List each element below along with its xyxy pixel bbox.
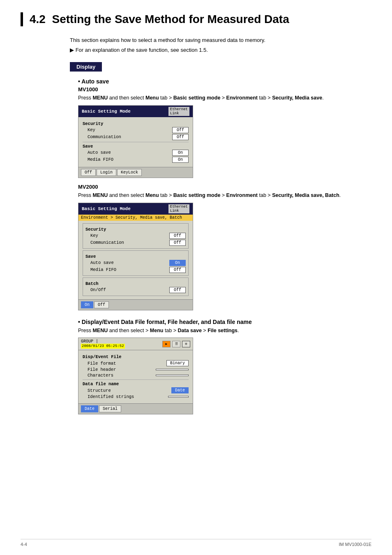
- display-label: Display: [70, 62, 102, 72]
- data-save-fileformat-label: File format: [88, 361, 116, 366]
- mv1000-comm-label: Communication: [88, 134, 121, 139]
- bullet-display-event: Display/Event Data File format, File hea…: [78, 319, 371, 415]
- mv2000-key-label: Key: [90, 233, 98, 238]
- mv1000-instruction: Press MENU and then select Menu tab > Ba…: [78, 94, 371, 102]
- data-save-identified-value: [168, 396, 189, 398]
- mv1000-key-row: Key Off: [83, 127, 189, 133]
- mv2000-comm-value: Off: [169, 240, 186, 246]
- mv1000-screen-body: Security Key Off Communication Off Save: [78, 117, 193, 167]
- data-save-identified-row: Identified strings: [83, 394, 189, 399]
- data-save-fileformat-row: File format Binary: [83, 360, 189, 366]
- mv1000-save-label: Save: [83, 144, 189, 149]
- chapter-number: 4.2: [30, 13, 46, 25]
- mv2000-batch-section: Batch On/Off Off: [83, 278, 189, 296]
- mv1000-login-btn[interactable]: Login: [97, 169, 116, 176]
- footer-right: IM MV1000-01E: [339, 542, 371, 547]
- chapter-header: 4.2 Setting the Save Method for Measured…: [21, 12, 371, 26]
- mv2000-screen: Basic Setting Mode EthernetLink Environm…: [78, 203, 193, 310]
- data-save-disp-label: Disp/Event File: [83, 354, 189, 359]
- mv1000-mediafifo-row: Media FIFO On: [83, 157, 189, 163]
- mv1000-mediafifo-label: Media FIFO: [88, 157, 113, 162]
- mv2000-label: MV2000: [78, 184, 371, 190]
- mv1000-mediafifo-value: On: [172, 157, 189, 163]
- mv2000-on-btn[interactable]: On: [81, 301, 93, 308]
- mv2000-key-row: Key Off: [85, 233, 186, 239]
- mv2000-onoff-label: On/Off: [90, 287, 106, 292]
- mv2000-titlebar-text: Basic Setting Mode: [82, 206, 131, 211]
- mv2000-breadcrumb: Environment > Security, Media save, Batc…: [78, 215, 193, 221]
- mv2000-screen-body: Security Key Off Communication Off: [78, 221, 193, 299]
- mv1000-label: MV1000: [78, 86, 371, 92]
- mv1000-keylock-btn[interactable]: KeyLock: [117, 169, 142, 176]
- data-save-fileheader-row: File header: [83, 367, 189, 372]
- data-save-icon-orange: ▶: [162, 341, 171, 347]
- mv2000-instruction: Press MENU and then select Menu tab > Ba…: [78, 192, 371, 199]
- mv1000-off-btn[interactable]: Off: [81, 169, 96, 176]
- data-save-characters-value: [156, 375, 189, 376]
- mv1000-key-label: Key: [88, 127, 95, 132]
- mv1000-titlebar-text: Basic Setting Mode: [82, 109, 131, 114]
- mv2000-autosave-label: Auto save: [90, 260, 114, 265]
- mv1000-autosave-value: On: [172, 150, 189, 156]
- mv2000-comm-label: Communication: [90, 240, 124, 245]
- mv2000-onoff-value: Off: [169, 287, 186, 293]
- bullet-title-display-event: Display/Event Data File format, File hea…: [78, 319, 371, 325]
- data-save-date-btn[interactable]: Date: [81, 405, 98, 412]
- mv2000-comm-row: Communication Off: [85, 240, 186, 246]
- mv2000-save-label: Save: [85, 254, 186, 259]
- intro-section: This section explains how to select a me…: [70, 36, 371, 55]
- data-save-header: GROUP | 2008/01/23 05:25:52 ▶ ☰ ⊙: [78, 338, 193, 350]
- mv2000-off-btn[interactable]: Off: [94, 301, 109, 308]
- data-save-serial-btn[interactable]: Serial: [99, 405, 121, 412]
- mv2000-autosave-value: On: [169, 260, 186, 266]
- mv2000-key-value: Off: [169, 233, 186, 239]
- data-save-body: Disp/Event File File format Binary File …: [78, 350, 193, 403]
- intro-line2: For an explanation of the save function,…: [70, 46, 371, 55]
- mv2000-onoff-row: On/Off Off: [85, 287, 186, 293]
- chapter-title-text: Setting the Save Method for Measured Dat…: [52, 13, 289, 25]
- subsection-mv1000: MV1000 Press MENU and then select Menu t…: [78, 86, 371, 178]
- mv1000-footer: Off Login KeyLock: [78, 167, 193, 178]
- mv2000-mediafifo-label: Media FIFO: [90, 267, 116, 272]
- data-save-identified-label: Identified strings: [88, 394, 134, 399]
- intro-line1: This section explains how to select a me…: [70, 36, 371, 45]
- data-save-footer: Date Serial: [78, 403, 193, 414]
- mv2000-security-label: Security: [85, 227, 186, 232]
- data-save-icon-menu: ☰: [172, 341, 180, 347]
- mv2000-titlebar: Basic Setting Mode EthernetLink: [78, 203, 193, 215]
- mv2000-security-section: Security Key Off Communication Off: [83, 223, 189, 249]
- mv2000-autosave-row: Auto save On: [85, 260, 186, 266]
- mv1000-ethernet-badge: EthernetLink: [168, 107, 189, 116]
- data-save-header-left: GROUP | 2008/01/23 05:25:52: [81, 339, 125, 349]
- data-save-datetime: 2008/01/23 05:25:52: [81, 344, 125, 349]
- data-save-screen: GROUP | 2008/01/23 05:25:52 ▶ ☰ ⊙ Disp/E…: [78, 338, 193, 414]
- bullet-title-auto-save: Auto save: [78, 78, 371, 85]
- mv2000-mediafifo-value: Off: [169, 267, 186, 273]
- mv2000-save-section: Save Auto save On Media FIFO Off: [83, 250, 189, 276]
- mv2000-ethernet-badge: EthernetLink: [168, 204, 189, 213]
- mv1000-comm-value: Off: [172, 134, 189, 140]
- data-save-structure-label: Structure: [88, 388, 111, 393]
- subsection-mv2000: MV2000 Press MENU and then select Menu t…: [78, 184, 371, 310]
- data-save-structure-value: Date: [171, 387, 189, 393]
- bullet-auto-save: Auto save MV1000 Press MENU and then sel…: [78, 78, 371, 310]
- mv2000-footer: On Off: [78, 299, 193, 310]
- data-save-group-line1: GROUP |: [81, 339, 125, 344]
- mv2000-mediafifo-row: Media FIFO Off: [85, 267, 186, 273]
- page-container: 4.2 Setting the Save Method for Measured…: [0, 0, 392, 555]
- mv1000-comm-row: Communication Off: [83, 134, 189, 140]
- data-save-structure-row: Structure Date: [83, 387, 189, 393]
- data-save-characters-label: Characters: [88, 373, 113, 378]
- data-save-icon-settings: ⊙: [182, 341, 190, 347]
- data-save-datafilename-label: Data file name: [83, 382, 189, 386]
- display-event-instruction: Press MENU and then select > Menu tab > …: [78, 327, 371, 335]
- mv2000-batch-label: Batch: [85, 281, 186, 286]
- mv1000-security-label: Security: [83, 121, 189, 126]
- mv1000-titlebar: Basic Setting Mode EthernetLink: [78, 106, 193, 117]
- mv1000-autosave-row: Auto save On: [83, 150, 189, 156]
- data-save-fileformat-value: Binary: [166, 360, 189, 366]
- data-save-fileheader-label: File header: [88, 367, 116, 372]
- chapter-title: 4.2 Setting the Save Method for Measured…: [30, 12, 371, 26]
- data-save-fileheader-value: [156, 369, 189, 370]
- footer-left: 4-4: [21, 542, 27, 547]
